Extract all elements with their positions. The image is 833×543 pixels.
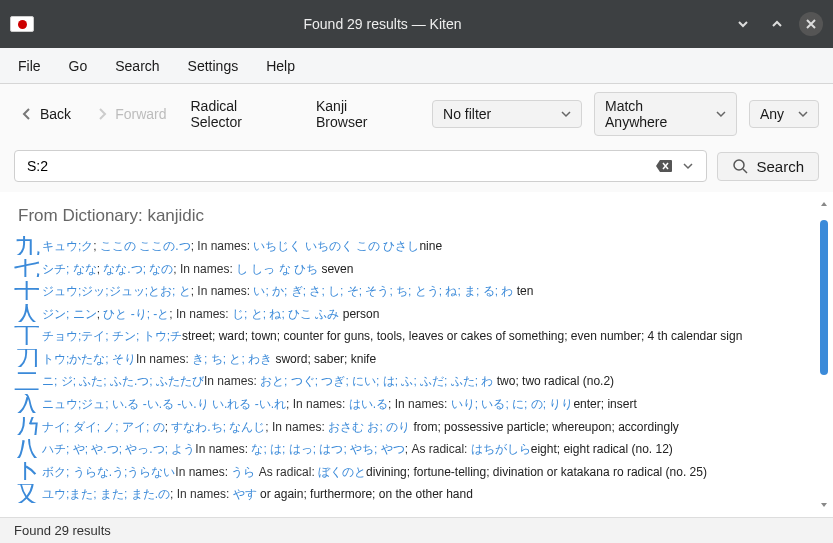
search-button-label: Search [756, 158, 804, 175]
match-select[interactable]: Match Anywhere [594, 92, 737, 136]
result-entry[interactable]: 八ハチ; や; や.つ; やっ.つ; ようIn names: な; は; はっ;… [14, 439, 801, 458]
result-entry[interactable]: 又ユウ;また; また; また.の; In names: やす or again;… [14, 484, 801, 503]
entry-readings: ボク; うらな.う;うらない [42, 464, 175, 478]
entry-names-label: ; In names: [170, 487, 233, 501]
scroll-up[interactable] [819, 198, 829, 210]
close-icon [805, 18, 817, 30]
result-entry[interactable]: 七シチ; なな; なな.つ; なの; In names: し しっ な ひち s… [14, 259, 801, 278]
chevron-down-icon [736, 17, 750, 31]
entry-names-label: ; In names: [191, 284, 254, 298]
search-button[interactable]: Search [717, 152, 819, 181]
chevron-down-icon [683, 161, 693, 171]
filter-select[interactable]: No filter [432, 100, 582, 128]
entry-readings: ユウ;また; また; また.の [42, 487, 170, 501]
entry-radical: はちがしら [471, 442, 531, 456]
result-entry[interactable]: 入ニュウ;ジュ; い.る -い.る -い.り い.れる -い.れ; In nam… [14, 394, 801, 413]
entry-meaning: eight; eight radical (no. 12) [531, 442, 673, 456]
entry-names: うら [231, 464, 255, 478]
entry-readings: ナイ; ダイ; ノ; アイ; の [42, 419, 165, 433]
entry-names: じ; と; ね; ひこ ふみ [232, 306, 339, 320]
entry-meaning: divining; fortune-telling; divination or… [366, 464, 707, 478]
results-area: From Dictionary: kanjidic 九キュウ;ク; ここの ここ… [0, 192, 833, 517]
result-entry[interactable]: 乃ナイ; ダイ; ノ; アイ; の; すなわ.ち; なんじ; In names:… [14, 417, 801, 436]
result-entry[interactable]: 九キュウ;ク; ここの ここの.つ; In names: いちじく いちのく こ… [14, 236, 801, 255]
search-history-dropdown[interactable] [676, 154, 700, 178]
entry-readings: ジン; ニン [42, 306, 97, 320]
entry-meaning: two; two radical (no.2) [493, 374, 614, 388]
radical-selector-button[interactable]: Radical Selector [184, 93, 298, 135]
entry-kanji: 又 [14, 484, 40, 503]
clear-search-button[interactable] [652, 154, 676, 178]
backspace-icon [655, 159, 673, 173]
entry-radical-label: As radical: [255, 464, 318, 478]
vertical-scrollbar[interactable] [819, 198, 829, 511]
results-list: From Dictionary: kanjidic 九キュウ;ク; ここの ここ… [0, 192, 815, 517]
menu-search[interactable]: Search [115, 58, 159, 74]
entry-radical-label: ; As radical: [405, 442, 471, 456]
entry-meaning: or again; furthermore; on the other hand [257, 487, 473, 501]
entry-kanji: 丁 [14, 326, 40, 345]
menu-file[interactable]: File [18, 58, 41, 74]
result-entry[interactable]: 二ニ; ジ; ふた; ふた.つ; ふたたびIn names: おと; つぐ; つ… [14, 371, 801, 390]
entry-radical: ぼくのと [318, 464, 366, 478]
maximize-button[interactable] [765, 12, 789, 36]
chevron-up-icon [770, 17, 784, 31]
entry-readings2: すなわ.ち; なんじ [171, 419, 265, 433]
entry-meaning: street; ward; town; counter for guns, to… [182, 329, 742, 343]
forward-button: Forward [89, 101, 172, 127]
entry-meaning: seven [318, 261, 353, 275]
entry-readings: トウ;かたな; そり [42, 351, 136, 365]
kanji-browser-button[interactable]: Kanji Browser [310, 93, 408, 135]
scroll-track[interactable] [819, 220, 829, 497]
entry-names: き; ち; と; わき [192, 351, 272, 365]
entry-readings2: ここの ここの.つ [100, 239, 191, 253]
any-select[interactable]: Any [749, 100, 819, 128]
entry-meaning: person [339, 306, 379, 320]
scroll-down[interactable] [819, 499, 829, 511]
entry-names: おさむ お; のり [328, 419, 410, 433]
statusbar: Found 29 results [0, 517, 833, 543]
filter-value: No filter [443, 106, 491, 122]
entry-names-label: In names: [136, 351, 192, 365]
menubar: File Go Search Settings Help [0, 48, 833, 84]
menu-settings[interactable]: Settings [188, 58, 239, 74]
entry-names-label: In names: [175, 464, 231, 478]
arrow-right-icon [95, 107, 109, 121]
menu-go[interactable]: Go [69, 58, 88, 74]
entry-readings2: なな.つ; なの [103, 261, 173, 275]
svg-point-0 [734, 160, 744, 170]
search-input[interactable] [25, 157, 652, 175]
entry-readings: シチ; なな [42, 261, 97, 275]
close-button[interactable] [799, 12, 823, 36]
entry-kanji: 七 [14, 259, 40, 278]
entry-readings: キュウ;ク [42, 239, 93, 253]
entry-kanji: 刀 [14, 349, 40, 368]
entry-kanji: 十 [14, 281, 40, 300]
entry-meaning: nine [419, 239, 442, 253]
menu-help[interactable]: Help [266, 58, 295, 74]
result-entry[interactable]: 十ジュウ;ジッ;ジュッ;とお; と; In names: い; か; ぎ; さ;… [14, 281, 801, 300]
result-entry[interactable]: 人ジン; ニン; ひと -り; -と; In names: じ; と; ね; ひ… [14, 304, 801, 323]
entry-names: おと; つぐ; つぎ; にい; は; ふ; ふだ; ふた; わ [260, 374, 493, 388]
result-entry[interactable]: 刀トウ;かたな; そりIn names: き; ち; と; わき sword; … [14, 349, 801, 368]
chevron-up-icon [820, 200, 828, 208]
result-entry[interactable]: 丁チョウ;テイ; チン; トウ;チstreet; ward; town; cou… [14, 326, 801, 345]
scroll-thumb[interactable] [820, 220, 828, 375]
result-entry[interactable]: 卜ボク; うらな.う;うらないIn names: うら As radical: … [14, 462, 801, 481]
entry-names: い; か; ぎ; さ; し; そ; そう; ち; とう; ね; ま; る; わ [253, 284, 513, 298]
search-icon [732, 158, 748, 174]
entry-names-label: In names: [204, 374, 260, 388]
back-button[interactable]: Back [14, 101, 77, 127]
entry-names-label: ; In names: [265, 419, 328, 433]
entry-names: やす [233, 487, 257, 501]
entry-meaning: ten [513, 284, 533, 298]
results-header: From Dictionary: kanjidic [18, 206, 801, 226]
back-label: Back [40, 106, 71, 122]
minimize-button[interactable] [731, 12, 755, 36]
match-value: Match Anywhere [605, 98, 708, 130]
status-text: Found 29 results [14, 523, 111, 538]
any-value: Any [760, 106, 784, 122]
entry-names-label: ; In names: [169, 306, 232, 320]
entry-meaning: sword; saber; knife [272, 351, 376, 365]
entry-readings: ハチ; や; や.つ; やっ.つ; よう [42, 442, 195, 456]
